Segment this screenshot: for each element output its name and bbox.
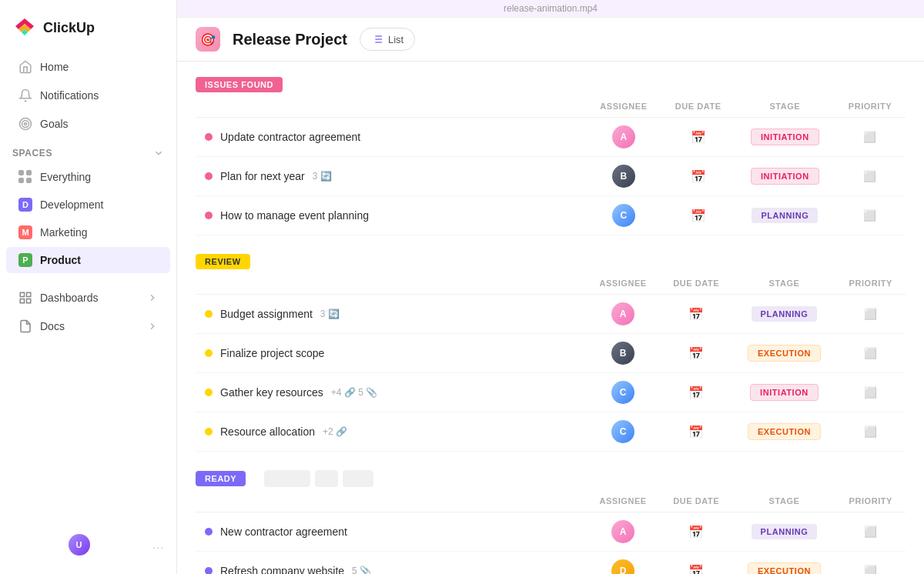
marketing-icon: M [18, 225, 32, 239]
clickup-logo-icon [12, 15, 37, 40]
spaces-development-label: Development [40, 199, 104, 211]
main-content: release-animation.mp4 🎯 Release Project … [177, 0, 924, 574]
table-row: Resource allocation +2 🔗 C 📅 EXECUTION ⬜ [196, 412, 906, 452]
sidebar-item-docs[interactable]: Docs [6, 312, 170, 340]
task-title: Gather key resources [220, 386, 323, 399]
col-date-ready: DUE DATE [660, 490, 732, 512]
review-table-header: ASSIGNEE DUE DATE STAGE PRIORITY [196, 272, 906, 295]
task-name-cell: Gather key resources +4 🔗 5 📎 [196, 373, 586, 412]
sidebar-item-dashboards[interactable]: Dashboards [6, 284, 170, 312]
calendar-icon: 📅 [688, 425, 704, 439]
sidebar-item-development[interactable]: D Development [6, 192, 170, 218]
task-meta: +4 🔗 5 📎 [331, 387, 377, 398]
date-cell: 📅 [660, 334, 732, 373]
assignee-cell: A [586, 295, 660, 334]
sidebar-item-marketing[interactable]: M Marketing [6, 219, 170, 245]
assignee-cell: B [586, 157, 661, 196]
col-task-name-ready [196, 490, 586, 512]
date-cell: 📅 [660, 373, 732, 412]
chevron-down-icon[interactable] [153, 148, 164, 159]
user-avatar[interactable]: U [69, 534, 90, 556]
dashboards-left: Dashboards [18, 291, 99, 305]
review-table: ASSIGNEE DUE DATE STAGE PRIORITY Budget … [196, 272, 906, 452]
sidebar-item-product[interactable]: P Product [6, 247, 170, 273]
sidebar-notifications-label: Notifications [40, 89, 99, 102]
sidebar-nav: Home Notifications Goals [0, 52, 176, 138]
table-row: Plan for next year 3 🔄 B 📅 INITIATION ⬜ [196, 157, 906, 196]
task-name-cell: Refresh company website 5 📎 [196, 552, 586, 575]
ready-control-3[interactable] [343, 470, 373, 487]
avatar: A [611, 520, 634, 543]
sidebar-item-home[interactable]: Home [6, 53, 170, 81]
ready-control-1[interactable] [264, 470, 310, 487]
list-view-button[interactable]: List [360, 28, 415, 51]
task-title: Refresh company website [220, 565, 344, 574]
table-row: Finalize project scope B 📅 EXECUTION ⬜ [196, 334, 906, 373]
avatar: A [612, 125, 635, 149]
col-task-name-issues [196, 95, 586, 118]
stage-cell: INITIATION [735, 118, 835, 157]
task-name-cell: New contractor agreement [196, 512, 586, 552]
content-area: ISSUES FOUND ASSIGNEE DUE DATE STAGE PRI… [177, 62, 924, 574]
sidebar-item-everything[interactable]: Everything [6, 164, 170, 190]
svg-rect-8 [27, 299, 31, 303]
ready-table-header: ASSIGNEE DUE DATE STAGE PRIORITY [196, 490, 906, 512]
spaces-header: Spaces [0, 138, 176, 163]
task-name-cell: Update contractor agreement [196, 118, 586, 157]
ready-control-2[interactable] [315, 470, 338, 487]
col-priority-issues: PRIORITY [835, 95, 906, 118]
chevron-right-icon-2 [147, 321, 158, 332]
stage-badge: PLANNING [752, 306, 818, 322]
table-row: New contractor agreement A 📅 PLANNING ⬜ [196, 512, 906, 552]
calendar-icon: 📅 [688, 526, 704, 539]
assignee-cell: D [586, 552, 660, 575]
sidebar-item-goals[interactable]: Goals [6, 110, 170, 138]
table-row: How to manage event planning C 📅 PLANNIN… [196, 196, 906, 235]
calendar-icon: 📅 [688, 386, 704, 399]
dashboards-label: Dashboards [40, 292, 99, 304]
home-icon [18, 60, 32, 74]
development-icon: D [18, 198, 32, 212]
table-row: Update contractor agreement A 📅 INITIATI… [196, 118, 906, 157]
task-meta: 3 🔄 [320, 309, 340, 319]
spaces-product-label: Product [40, 254, 81, 266]
assignee-cell: C [586, 196, 661, 235]
task-dot [205, 428, 213, 436]
sidebar-goals-label: Goals [40, 118, 69, 130]
issues-table: ASSIGNEE DUE DATE STAGE PRIORITY Update … [196, 95, 906, 235]
stage-cell: EXECUTION [732, 412, 835, 452]
grid-icon [18, 170, 32, 184]
col-priority-review: PRIORITY [836, 272, 906, 295]
stage-badge: EXECUTION [748, 562, 821, 574]
task-dot [205, 133, 213, 141]
task-name-cell: Plan for next year 3 🔄 [196, 157, 586, 196]
task-meta: 5 📎 [352, 566, 371, 574]
priority-cell: ⬜ [836, 412, 906, 452]
sidebar-item-notifications[interactable]: Notifications [6, 82, 170, 109]
stage-cell: PLANNING [735, 196, 835, 235]
col-assignee-review: ASSIGNEE [586, 272, 660, 295]
user-ellipsis: … [152, 538, 164, 552]
col-stage-review: STAGE [732, 272, 835, 295]
date-cell: 📅 [661, 118, 735, 157]
stage-badge: INITIATION [751, 128, 819, 145]
svg-point-5 [25, 123, 27, 125]
priority-cell: ⬜ [836, 295, 906, 334]
col-stage-ready: STAGE [732, 490, 835, 512]
bell-icon [18, 88, 32, 102]
task-title: Budget assignment [220, 308, 313, 320]
avatar: D [611, 559, 634, 574]
list-view-label: List [388, 34, 403, 45]
stage-badge: EXECUTION [748, 345, 821, 362]
stage-badge: PLANNING [752, 208, 818, 223]
calendar-icon: 📅 [691, 131, 706, 144]
docs-icon [18, 319, 32, 333]
calendar-icon: 📅 [688, 308, 704, 321]
stage-cell: INITIATION [735, 157, 835, 196]
task-name-cell: Finalize project scope [196, 334, 586, 373]
priority-cell: ⬜ [835, 157, 906, 196]
col-assignee-issues: ASSIGNEE [586, 95, 661, 118]
logo[interactable]: ClickUp [0, 9, 176, 52]
col-date-review: DUE DATE [660, 272, 732, 295]
svg-rect-7 [27, 292, 31, 296]
